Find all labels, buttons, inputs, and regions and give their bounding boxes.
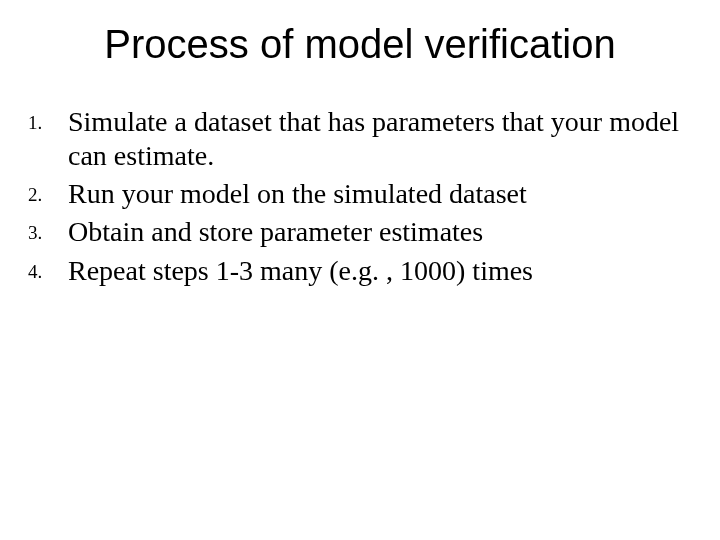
list-number: 4. (28, 254, 68, 283)
list-text: Obtain and store parameter estimates (68, 215, 680, 249)
list-number: 2. (28, 177, 68, 206)
list-item: 4. Repeat steps 1-3 many (e.g. , 1000) t… (28, 254, 680, 288)
list-item: 2. Run your model on the simulated datas… (28, 177, 680, 211)
list-text: Run your model on the simulated dataset (68, 177, 680, 211)
slide-title: Process of model verification (0, 0, 720, 67)
slide: Process of model verification 1. Simulat… (0, 0, 720, 540)
list-item: 3. Obtain and store parameter estimates (28, 215, 680, 249)
list-text: Repeat steps 1-3 many (e.g. , 1000) time… (68, 254, 680, 288)
list-text: Simulate a dataset that has parameters t… (68, 105, 680, 173)
list-item: 1. Simulate a dataset that has parameter… (28, 105, 680, 173)
list-number: 1. (28, 105, 68, 134)
numbered-list: 1. Simulate a dataset that has parameter… (0, 105, 720, 288)
list-number: 3. (28, 215, 68, 244)
